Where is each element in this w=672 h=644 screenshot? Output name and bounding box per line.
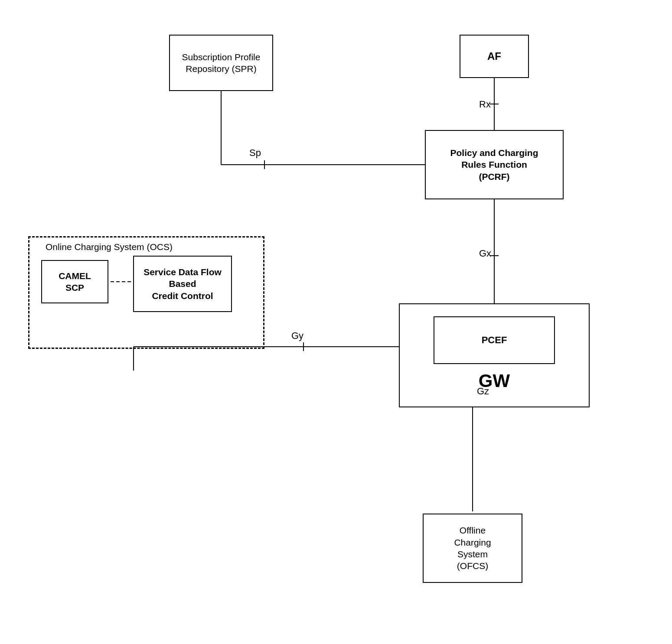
rx-label: Rx (479, 99, 491, 110)
pcrf-box: Policy and ChargingRules Function(PCRF) (425, 130, 564, 199)
af-label: AF (487, 49, 501, 63)
pcef-box: PCEF (434, 316, 555, 364)
ofcs-label: OfflineChargingSystem(OFCS) (454, 524, 491, 572)
spr-box: Subscription Profile Repository (SPR) (169, 35, 273, 91)
pcef-label: PCEF (482, 334, 507, 347)
camel-label: CAMELSCP (59, 270, 91, 294)
gx-label: Gx (479, 248, 491, 259)
pcrf-label: Policy and ChargingRules Function(PCRF) (450, 147, 538, 182)
camel-box: CAMELSCP (41, 260, 108, 303)
af-box: AF (460, 35, 529, 78)
sdflow-label: Service Data FlowBasedCredit Control (144, 266, 222, 302)
gy-label: Gy (291, 330, 303, 342)
sdflow-box: Service Data FlowBasedCredit Control (133, 256, 232, 312)
gz-label: Gz (477, 386, 489, 397)
gw-label: GW (399, 371, 590, 391)
ocs-label: Online Charging System (OCS) (46, 242, 173, 252)
sp-label: Sp (249, 147, 261, 159)
diagram-container: Subscription Profile Repository (SPR) AF… (0, 0, 672, 644)
spr-label: Subscription Profile Repository (SPR) (173, 51, 269, 75)
ofcs-box: OfflineChargingSystem(OFCS) (423, 514, 522, 583)
